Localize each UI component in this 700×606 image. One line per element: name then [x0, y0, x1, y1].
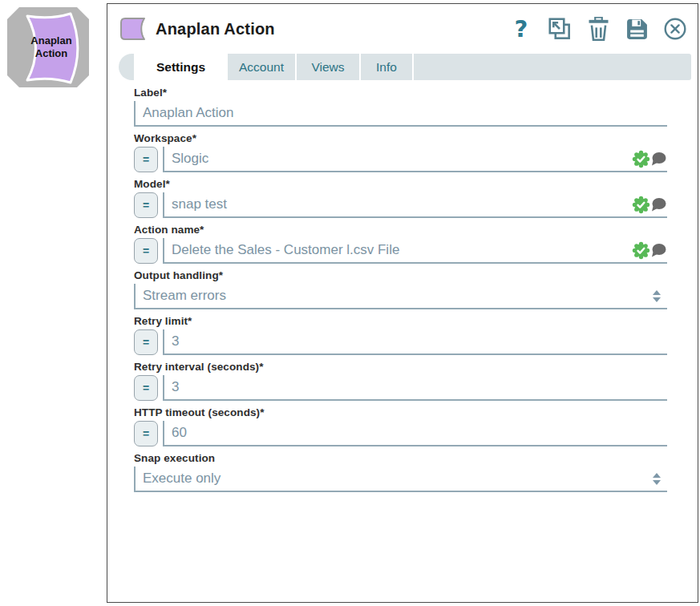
field-http-timeout: HTTP timeout (seconds)* = [134, 406, 667, 446]
snap-execution-value: Execute only [143, 471, 653, 487]
trash-icon [588, 17, 609, 41]
save-icon [625, 18, 649, 41]
help-icon: ? [515, 18, 528, 41]
select-arrows-icon [653, 473, 661, 485]
snap-settings-dialog: Anaplan Action ? [107, 3, 698, 603]
validated-check-icon [632, 241, 650, 260]
snap-mini-icon [119, 18, 147, 40]
field-label: Label* [134, 87, 667, 127]
field-output-handling-caption: Output handling* [134, 269, 667, 282]
export-icon [548, 18, 571, 40]
action-name-input[interactable] [172, 240, 632, 261]
expression-toggle[interactable]: = [134, 329, 158, 355]
comment-bubble-icon[interactable] [650, 197, 666, 212]
field-status-badges [632, 150, 666, 168]
field-status-badges [632, 241, 666, 260]
comment-bubble-icon[interactable] [650, 152, 666, 167]
validated-check-icon [632, 150, 650, 168]
label-input[interactable] [143, 103, 667, 123]
field-http-timeout-caption: HTTP timeout (seconds)* [134, 406, 667, 419]
delete-button[interactable] [586, 17, 610, 41]
field-action-name: Action name* = [134, 224, 667, 264]
output-handling-value: Stream errors [143, 288, 653, 304]
snap-tile-label: Anaplan Action [18, 6, 85, 88]
expression-toggle[interactable]: = [134, 238, 158, 264]
tab-info[interactable]: Info [361, 54, 414, 80]
field-retry-interval-caption: Retry interval (seconds)* [134, 361, 667, 374]
field-workspace: Workspace* = [134, 132, 667, 172]
field-action-name-caption: Action name* [134, 224, 667, 236]
dialog-title: Anaplan Action [156, 20, 275, 38]
field-retry-interval: Retry interval (seconds)* = [134, 361, 667, 401]
retry-interval-input[interactable] [172, 377, 667, 398]
field-snap-execution-caption: Snap execution [134, 452, 667, 465]
close-button[interactable] [663, 17, 687, 41]
snap-execution-select[interactable]: Execute only [134, 467, 667, 492]
output-handling-select[interactable]: Stream errors [134, 284, 667, 309]
close-icon [663, 17, 687, 41]
expression-toggle[interactable]: = [134, 192, 158, 218]
validated-check-icon [632, 196, 650, 214]
workspace-input[interactable] [172, 148, 632, 169]
dialog-header: Anaplan Action ? [107, 4, 698, 54]
field-label-caption: Label* [134, 87, 667, 99]
tab-views[interactable]: Views [297, 54, 361, 80]
save-button[interactable] [625, 17, 649, 41]
field-model-caption: Model* [134, 178, 667, 191]
comment-bubble-icon[interactable] [650, 243, 666, 258]
field-model: Model* = [134, 178, 667, 218]
model-input[interactable] [172, 194, 632, 215]
expression-toggle[interactable]: = [134, 147, 158, 172]
http-timeout-input[interactable] [172, 422, 667, 443]
tab-settings[interactable]: Settings [134, 54, 228, 80]
tab-bar: Settings Account Views Info [119, 54, 691, 80]
dialog-toolbar: ? [509, 17, 687, 41]
select-arrows-icon [653, 290, 661, 302]
field-snap-execution: Snap execution Execute only [134, 452, 667, 492]
settings-panel: Label* Workspace* = [107, 80, 698, 492]
expression-toggle[interactable]: = [134, 421, 158, 446]
tab-account[interactable]: Account [228, 54, 297, 80]
help-button[interactable]: ? [509, 17, 533, 41]
field-workspace-caption: Workspace* [134, 132, 667, 145]
field-status-badges [632, 196, 666, 214]
snap-tile-anaplan-action[interactable]: Anaplan Action [6, 6, 90, 88]
field-output-handling: Output handling* Stream errors [134, 269, 667, 309]
expression-toggle[interactable]: = [134, 375, 158, 401]
field-retry-limit: Retry limit* = [134, 315, 667, 355]
field-retry-limit-caption: Retry limit* [134, 315, 667, 328]
retry-limit-input[interactable] [172, 331, 667, 352]
export-button[interactable] [548, 17, 572, 41]
